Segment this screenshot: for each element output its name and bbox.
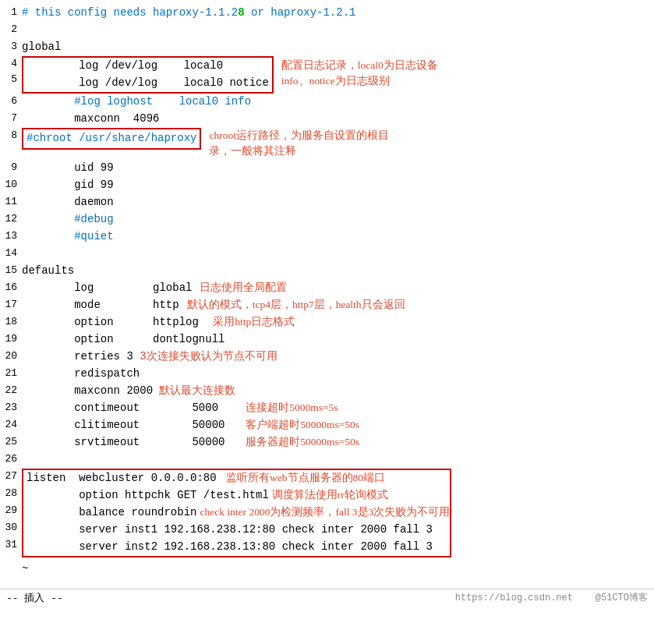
line21-text: redispatch xyxy=(22,366,140,383)
line-num: 2 xyxy=(0,22,22,37)
line-num: 17 xyxy=(0,297,22,313)
line1-comment: # this config needs haproxy-1.1.2 xyxy=(22,5,238,22)
annotation-25: 服务器超时50000ms=50s xyxy=(246,434,654,450)
annotation-16: 日志使用全局配置 xyxy=(200,280,654,295)
line-num: 13 xyxy=(0,228,22,244)
line-num: 22 xyxy=(0,383,22,398)
site-links: https://blog.csdn.net @51CTO博客 xyxy=(455,591,648,607)
code-content: #quiet xyxy=(22,228,654,246)
annotation-17: 默认的模式，tcp4层，http7层，health只会返回 xyxy=(187,297,654,313)
line24-text: clitimeout 50000 xyxy=(22,417,238,434)
code-row: 23 contimeout 5000 连接超时5000ms=5s xyxy=(0,400,654,417)
code-row: 2 xyxy=(0,22,654,39)
line1-green: 8 xyxy=(238,5,244,22)
line22-text: maxconn 2000 xyxy=(22,383,159,400)
line-num: 21 xyxy=(0,366,22,381)
line5-text: log /dev/log local0 notice xyxy=(23,75,272,92)
line13-text: #quiet xyxy=(22,228,114,246)
code-row: 9 uid 99 xyxy=(0,160,654,177)
code-content: gid 99 xyxy=(22,177,654,194)
annotation-24: 客户端超时50000ms=50s xyxy=(246,417,654,433)
line-num: 10 xyxy=(0,177,22,193)
insert-label: -- 插入 -- xyxy=(6,591,63,607)
line-num: 25 xyxy=(0,434,22,450)
line-8-row: 8 #chroot /usr/share/haproxy chroot运行路径，… xyxy=(0,128,654,160)
code-content: uid 99 xyxy=(22,160,654,177)
code-row: 22 maxconn 2000 默认最大连接数 xyxy=(0,383,654,400)
line31-text: server inst2 192.168.238.13:80 check int… xyxy=(23,539,436,556)
code-row: log /dev/log local0 notice xyxy=(23,75,272,92)
box-lines-4-5: log /dev/log local0 log /dev/log local0 … xyxy=(22,56,274,94)
annotation-8: chroot运行路径，为服务自设置的根目录，一般将其注释 xyxy=(209,128,654,160)
code-row: 19 option dontlognull xyxy=(0,331,654,349)
code-row: 1 # this config needs haproxy-1.1.28 or … xyxy=(0,5,654,22)
code-row: 16 log global 日志使用全局配置 xyxy=(0,280,654,297)
line-num: 1 xyxy=(0,5,22,20)
code-content: # this config needs haproxy-1.1.28 or ha… xyxy=(22,5,654,22)
line-num: 31 xyxy=(0,537,22,554)
code-row: 25 srvtimeout 50000 服务器超时50000ms=50s xyxy=(0,434,654,451)
code-content: srvtimeout 50000 服务器超时50000ms=50s xyxy=(22,434,654,451)
line20-text: retries 3 xyxy=(22,349,140,366)
line-num: 7 xyxy=(0,111,22,126)
code-content: log global 日志使用全局配置 xyxy=(22,280,654,297)
line-num: 5 xyxy=(0,72,22,87)
site1: https://blog.csdn.net xyxy=(455,593,573,603)
lines-27-31-outer: 27 28 29 30 31 listen webcluster 0.0.0.0… xyxy=(0,469,654,557)
code-row: 17 mode http 默认的模式，tcp4层，http7层，health只会… xyxy=(0,297,654,314)
multi-box-linenums: 4 5 log /dev/log local0 log /dev/log loc… xyxy=(0,56,438,94)
code-row: 7 maxconn 4096 xyxy=(0,111,654,128)
line-num: 9 xyxy=(0,160,22,175)
line23-text: contimeout 5000 xyxy=(22,400,238,417)
line8-boxed: #chroot /usr/share/haproxy xyxy=(22,128,201,150)
code-row-30: server inst1 192.168.238.12:80 check int… xyxy=(23,522,450,539)
code-content: #debug xyxy=(22,211,654,228)
code-row-29: balance roundrobin check inter 2000为检测频率… xyxy=(23,504,450,522)
code-content: redispatch xyxy=(22,366,654,383)
code-content: mode http 默认的模式，tcp4层，http7层，health只会返回 xyxy=(22,297,654,314)
tilde-row: ~ xyxy=(0,561,654,578)
code-content: clitimeout 50000 客户端超时50000ms=50s xyxy=(22,417,654,434)
line-num: 14 xyxy=(0,246,22,261)
annotation-27: 监听所有web节点服务器的80端口 xyxy=(226,470,385,487)
lines-4-5-box: 4 5 log /dev/log local0 log /dev/log loc… xyxy=(0,56,654,94)
line-num: 24 xyxy=(0,417,22,433)
code-row: 13 #quiet xyxy=(0,228,654,246)
big-box-27-31: listen webcluster 0.0.0.0:80 监听所有web节点服务… xyxy=(22,469,451,557)
line-num: 23 xyxy=(0,400,22,416)
code-row: 20 retries 3 3次连接失败认为节点不可用 xyxy=(0,349,654,366)
annotation-28: 调度算法使用rr轮询模式 xyxy=(272,487,388,504)
code-content: defaults xyxy=(22,263,654,280)
line10-text: gid 99 xyxy=(22,177,114,194)
code-content: option httplog 采用http日志格式 xyxy=(22,314,654,331)
tilde-text: ~ xyxy=(22,561,28,578)
line28-text: option httpchk GET /test.html xyxy=(23,487,272,504)
code-container: 1 # this config needs haproxy-1.1.28 or … xyxy=(0,0,654,582)
code-row: 6 #log loghost local0 info xyxy=(0,94,654,111)
line-num: 6 xyxy=(0,94,22,109)
line15-text: defaults xyxy=(22,263,74,280)
line-num: 29 xyxy=(0,503,22,520)
linenums-27-31: 27 28 29 30 31 xyxy=(0,469,22,554)
code-content: global xyxy=(22,39,654,56)
line-num: 19 xyxy=(0,331,22,347)
line-num: 16 xyxy=(0,280,22,295)
bottom-bar: -- 插入 -- https://blog.csdn.net @51CTO博客 xyxy=(0,589,654,608)
line-num: 20 xyxy=(0,349,22,364)
line27-text: listen webcluster 0.0.0.0:80 xyxy=(23,470,226,487)
code-row: 12 #debug xyxy=(0,211,654,228)
line9-text: uid 99 xyxy=(22,160,114,177)
line-num: 30 xyxy=(0,520,22,537)
code-content: maxconn 4096 xyxy=(22,111,654,128)
line1-rest: or haproxy-1.2.1 xyxy=(245,5,356,22)
line19-text: option dontlognull xyxy=(22,331,224,349)
code-row-31: server inst2 192.168.238.13:80 check int… xyxy=(23,539,450,556)
code-content: retries 3 3次连接失败认为节点不可用 xyxy=(22,349,654,366)
code-row: 24 clitimeout 50000 客户端超时50000ms=50s xyxy=(0,417,654,434)
code-row: 3 global xyxy=(0,39,654,56)
line22-annotation: 默认最大连接数 xyxy=(159,383,235,400)
code-row: 18 option httplog 采用http日志格式 xyxy=(0,314,654,331)
line-num: 26 xyxy=(0,451,22,467)
line-num: 3 xyxy=(0,39,22,55)
code-content: maxconn 2000 默认最大连接数 xyxy=(22,383,654,400)
